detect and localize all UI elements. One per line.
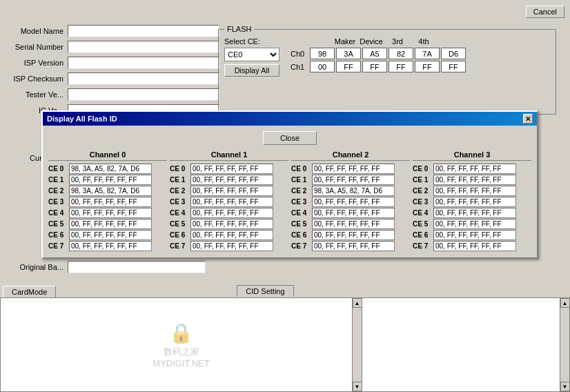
ce-row-label: CE 7 <box>170 242 190 250</box>
channel-1-data: CE 000, FF, FF, FF, FF, FFCE 100, FF, FF… <box>170 164 288 251</box>
ce-row-label: CE 2 <box>291 187 312 195</box>
channel-data-row: CE 000, FF, FF, FF, FF, FF <box>291 164 410 174</box>
ce-row-label: CE 0 <box>291 165 312 173</box>
modal-close-area: Close <box>48 131 531 145</box>
ce-row-value: 00, FF, FF, FF, FF, FF <box>190 197 273 207</box>
ce-row-value: 00, FF, FF, FF, FF, FF <box>433 164 516 174</box>
ce-row-value: 98, 3A, A5, 82, 7A, D6 <box>69 164 152 174</box>
channel-data-row: CE 500, FF, FF, FF, FF, FF <box>170 219 288 229</box>
ce-row-label: CE 3 <box>170 198 190 206</box>
ce-row-value: 00, FF, FF, FF, FF, FF <box>312 175 395 185</box>
ce-row-label: CE 4 <box>413 209 433 217</box>
ce-row-label: CE 1 <box>48 176 69 184</box>
ce-row-label: CE 0 <box>48 165 69 173</box>
ce-row-label: CE 0 <box>170 165 190 173</box>
ce-row-value: 00, FF, FF, FF, FF, FF <box>433 197 516 207</box>
channel-data-row: CE 500, FF, FF, FF, FF, FF <box>413 219 531 229</box>
ce-row-label: CE 6 <box>48 231 69 239</box>
ce-row-value: 00, FF, FF, FF, FF, FF <box>69 241 152 251</box>
ce-row-value: 00, FF, FF, FF, FF, FF <box>433 230 516 240</box>
ce-row-value: 00, FF, FF, FF, FF, FF <box>69 197 152 207</box>
ce-row-value: 98, 3A, A5, 82, 7A, D6 <box>69 186 152 196</box>
channel-data-row: CE 298, 3A, A5, 82, 7A, D6 <box>291 186 410 196</box>
channel-data-row: CE 400, FF, FF, FF, FF, FF <box>48 208 167 218</box>
ce-row-value: 00, FF, FF, FF, FF, FF <box>69 175 152 185</box>
modal-close-x-button[interactable]: ✕ <box>523 114 533 124</box>
ce-row-label: CE 3 <box>413 198 433 206</box>
ce-row-value: 00, FF, FF, FF, FF, FF <box>433 175 516 185</box>
modal-close-button[interactable]: Close <box>263 131 317 145</box>
ce-row-label: CE 7 <box>413 242 433 250</box>
channel-data-row: CE 100, FF, FF, FF, FF, FF <box>48 175 167 185</box>
ce-row-label: CE 1 <box>413 176 433 184</box>
channel-data-row: CE 700, FF, FF, FF, FF, FF <box>413 241 531 251</box>
ce-row-value: 00, FF, FF, FF, FF, FF <box>312 208 395 218</box>
ce-row-value: 00, FF, FF, FF, FF, FF <box>433 241 516 251</box>
channel-data-row: CE 298, 3A, A5, 82, 7A, D6 <box>48 186 167 196</box>
ce-row-value: 00, FF, FF, FF, FF, FF <box>312 164 395 174</box>
ce-row-label: CE 4 <box>291 209 312 217</box>
ce-row-label: CE 3 <box>48 198 69 206</box>
channel-data-row: CE 200, FF, FF, FF, FF, FF <box>413 186 531 196</box>
channel-data-row: CE 100, FF, FF, FF, FF, FF <box>291 175 410 185</box>
modal-title: Display All Flash ID <box>47 115 117 123</box>
channel-data-row: CE 100, FF, FF, FF, FF, FF <box>170 175 288 185</box>
ce-row-value: 00, FF, FF, FF, FF, FF <box>312 219 395 229</box>
ce-row-label: CE 6 <box>291 231 312 239</box>
channel-table-area: Channel 0 CE 098, 3A, A5, 82, 7A, D6CE 1… <box>48 150 531 252</box>
modal-titlebar: Display All Flash ID ✕ <box>43 112 537 126</box>
channel-0-data: CE 098, 3A, A5, 82, 7A, D6CE 100, FF, FF… <box>48 164 167 251</box>
ce-row-label: CE 3 <box>291 198 312 206</box>
ce-row-value: 00, FF, FF, FF, FF, FF <box>312 197 395 207</box>
ce-row-value: 00, FF, FF, FF, FF, FF <box>312 241 395 251</box>
channel-3-col: Channel 3 CE 000, FF, FF, FF, FF, FFCE 1… <box>413 150 531 252</box>
channel-data-row: CE 500, FF, FF, FF, FF, FF <box>291 219 410 229</box>
ce-row-value: 00, FF, FF, FF, FF, FF <box>190 164 273 174</box>
modal-overlay: Display All Flash ID ✕ Close Channel 0 C… <box>0 0 570 392</box>
ce-row-value: 00, FF, FF, FF, FF, FF <box>69 230 152 240</box>
ce-row-label: CE 5 <box>48 220 69 228</box>
ce-row-value: 00, FF, FF, FF, FF, FF <box>69 219 152 229</box>
ce-row-value: 00, FF, FF, FF, FF, FF <box>190 219 273 229</box>
channel-data-row: CE 300, FF, FF, FF, FF, FF <box>170 197 288 207</box>
ce-row-value: 00, FF, FF, FF, FF, FF <box>190 230 273 240</box>
ce-row-label: CE 6 <box>413 231 433 239</box>
ce-row-label: CE 7 <box>291 242 312 250</box>
channel-3-header: Channel 3 <box>413 150 531 161</box>
channel-2-header: Channel 2 <box>291 150 410 161</box>
ce-row-label: CE 2 <box>170 187 190 195</box>
channel-data-row: CE 600, FF, FF, FF, FF, FF <box>48 230 167 240</box>
ce-row-label: CE 1 <box>170 176 190 184</box>
ce-row-value: 00, FF, FF, FF, FF, FF <box>312 230 395 240</box>
channel-data-row: CE 000, FF, FF, FF, FF, FF <box>170 164 288 174</box>
ce-row-value: 00, FF, FF, FF, FF, FF <box>433 208 516 218</box>
channel-data-row: CE 300, FF, FF, FF, FF, FF <box>291 197 410 207</box>
channel-data-row: CE 200, FF, FF, FF, FF, FF <box>170 186 288 196</box>
channel-2-data: CE 000, FF, FF, FF, FF, FFCE 100, FF, FF… <box>291 164 410 251</box>
channel-data-row: CE 500, FF, FF, FF, FF, FF <box>48 219 167 229</box>
ce-row-value: 00, FF, FF, FF, FF, FF <box>190 241 273 251</box>
ce-row-label: CE 5 <box>413 220 433 228</box>
ce-row-label: CE 2 <box>413 187 433 195</box>
channel-1-header: Channel 1 <box>170 150 288 161</box>
ce-row-label: CE 5 <box>170 220 190 228</box>
ce-row-value: 00, FF, FF, FF, FF, FF <box>190 208 273 218</box>
channel-data-row: CE 400, FF, FF, FF, FF, FF <box>291 208 410 218</box>
channel-0-header: Channel 0 <box>48 150 167 161</box>
ce-row-label: CE 1 <box>291 176 312 184</box>
ce-row-label: CE 5 <box>291 220 312 228</box>
channel-data-row: CE 098, 3A, A5, 82, 7A, D6 <box>48 164 167 174</box>
ce-row-value: 00, FF, FF, FF, FF, FF <box>69 208 152 218</box>
channel-1-col: Channel 1 CE 000, FF, FF, FF, FF, FFCE 1… <box>170 150 288 252</box>
modal-dialog: Display All Flash ID ✕ Close Channel 0 C… <box>41 110 538 259</box>
channel-data-row: CE 100, FF, FF, FF, FF, FF <box>413 175 531 185</box>
channel-data-row: CE 300, FF, FF, FF, FF, FF <box>413 197 531 207</box>
channel-3-data: CE 000, FF, FF, FF, FF, FFCE 100, FF, FF… <box>413 164 531 251</box>
ce-row-label: CE 0 <box>413 165 433 173</box>
ce-row-label: CE 4 <box>170 209 190 217</box>
channel-data-row: CE 400, FF, FF, FF, FF, FF <box>413 208 531 218</box>
ce-row-value: 00, FF, FF, FF, FF, FF <box>433 219 516 229</box>
channel-data-row: CE 700, FF, FF, FF, FF, FF <box>48 241 167 251</box>
channel-data-row: CE 600, FF, FF, FF, FF, FF <box>291 230 410 240</box>
ce-row-label: CE 2 <box>48 187 69 195</box>
